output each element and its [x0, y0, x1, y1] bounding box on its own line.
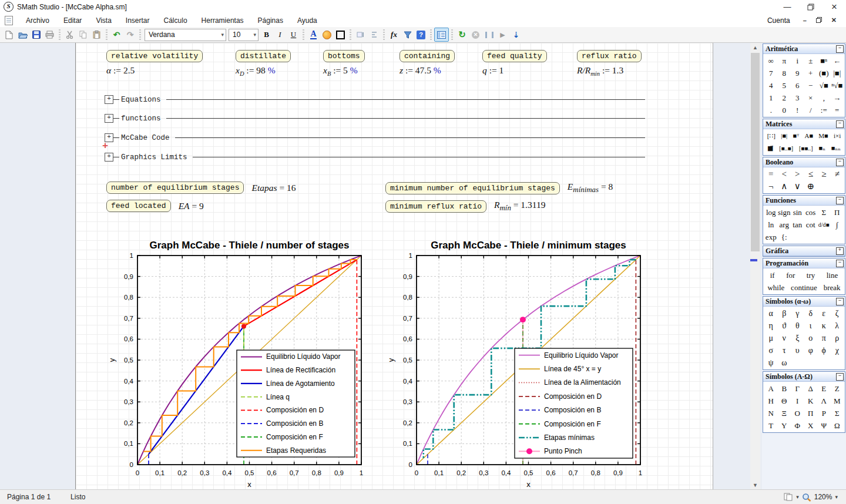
palette-button[interactable]: ≠ [831, 169, 844, 179]
italic-button[interactable]: I [273, 28, 287, 41]
palette-button[interactable]: , [817, 93, 831, 103]
font-family-select[interactable]: Verdana▾ [145, 29, 226, 41]
palette-button[interactable]: try [807, 270, 815, 280]
palette-button[interactable]: 0 [778, 105, 791, 115]
palette-button[interactable]: |■| [831, 68, 844, 78]
scroll-up-icon[interactable]: ▲ [750, 43, 760, 52]
palette-button[interactable]: ⁿ√■ [831, 80, 844, 90]
palette-button[interactable]: while [767, 283, 784, 293]
palette-button[interactable]: 8 [778, 68, 791, 78]
collapse-icon[interactable]: − [836, 197, 844, 204]
collapse-icon[interactable]: − [836, 373, 844, 381]
palette-button[interactable]: + [804, 68, 818, 78]
palette-button[interactable]: break [824, 283, 841, 293]
child-minimize-button[interactable]: – [798, 17, 811, 24]
palette-button[interactable]: ⊕ [804, 182, 818, 191]
palette-button[interactable]: Β [778, 384, 791, 394]
palette-button[interactable]: Ι [791, 396, 804, 406]
palette-button[interactable]: ± [804, 56, 818, 66]
palette-button[interactable]: if [770, 270, 775, 280]
recalculate-button[interactable]: ↻ [455, 28, 469, 41]
palette-button[interactable]: d/d■ [817, 220, 831, 230]
palette-button[interactable]: ≤ [804, 169, 818, 179]
palette-button[interactable]: 4 [764, 80, 778, 90]
palette-button[interactable]: cot [804, 220, 818, 230]
menu-ayuda[interactable]: Ayuda [290, 15, 324, 26]
palette-header-simbolos[interactable]: Símbolos (Α-Ω)− [763, 372, 845, 382]
palette-button[interactable]: i [791, 56, 804, 66]
palette-button[interactable]: i×i [834, 131, 841, 141]
palette-button[interactable]: 3 [791, 93, 804, 103]
restore-button[interactable] [799, 0, 822, 14]
palette-button[interactable]: Μ [831, 396, 844, 406]
palette-button[interactable]: Θ [778, 396, 791, 406]
palette-button[interactable]: line [827, 270, 838, 280]
palette-button[interactable]: . [764, 105, 778, 115]
palette-button[interactable]: = [764, 169, 778, 179]
palette-button[interactable]: ρ [831, 333, 844, 343]
palette-button[interactable]: Ψ [817, 421, 831, 431]
border-button[interactable] [334, 28, 347, 41]
palette-button[interactable]: ϕ [817, 345, 831, 355]
param-expr-refluxratio[interactable]: R/Rmin := 1.3 [577, 65, 623, 77]
palette-button[interactable]: ■⃗ [767, 143, 773, 153]
collapse-icon[interactable]: − [836, 45, 844, 53]
palette-button[interactable]: log [764, 207, 778, 217]
palette-button[interactable]: Δ [804, 384, 818, 394]
palette-button[interactable]: Ν [764, 408, 778, 418]
palette-button[interactable]: [■..■] [779, 143, 793, 153]
palette-button[interactable]: Χ [804, 421, 818, 431]
undo-button[interactable]: ↶ [110, 28, 123, 41]
font-size-select[interactable]: 10▾ [229, 29, 258, 41]
palette-button[interactable]: ← [831, 56, 844, 66]
document-icon[interactable] [5, 16, 13, 25]
palette-header-booleano[interactable]: Booleano− [763, 157, 845, 167]
stop-button[interactable]: ✕ [469, 28, 482, 41]
palette-button[interactable]: π [817, 333, 831, 343]
palette-button[interactable]: / [804, 105, 818, 115]
palette-button[interactable]: κ [817, 321, 831, 331]
result-expr[interactable]: Emínimas = 8 [568, 182, 613, 194]
palette-button[interactable]: ■ⁿ [817, 56, 831, 66]
param-expr-containing[interactable]: z := 47.5 % [400, 65, 441, 76]
palette-button[interactable]: ∨ [791, 182, 804, 191]
palette-button[interactable]: 6 [791, 80, 804, 90]
copy-button[interactable] [76, 28, 90, 41]
expand-button[interactable]: + [105, 95, 113, 104]
palette-button[interactable]: 1 [764, 93, 778, 103]
palette-header-programacion[interactable]: Programación− [763, 258, 845, 268]
palette-button[interactable]: Σ [831, 408, 844, 418]
collapse-icon[interactable]: − [836, 159, 844, 166]
palette-button[interactable]: φ [804, 345, 818, 355]
open-file-button[interactable] [16, 28, 29, 41]
palette-button[interactable]: ≥ [817, 169, 831, 179]
param-expr-bottoms[interactable]: xB := 5 % [323, 65, 358, 77]
menu-archivo[interactable]: Archivo [19, 15, 56, 26]
redo-button[interactable]: ↷ [123, 28, 137, 41]
palette-button[interactable]: √■ [817, 80, 831, 90]
account-menu[interactable]: Cuenta [759, 16, 798, 25]
palette-button[interactable]: ln [764, 220, 778, 230]
palette-button[interactable]: > [791, 169, 804, 179]
palette-header-aritmetica[interactable]: Aritmética− [763, 44, 845, 54]
palette-button[interactable]: ■ᵀ [793, 131, 800, 141]
palette-button[interactable]: μ [764, 333, 778, 343]
palette-button[interactable]: [■■..] [799, 143, 813, 153]
palette-button[interactable]: Π [831, 207, 844, 217]
palette-button[interactable]: ! [791, 105, 804, 115]
scrollbar-thumb[interactable] [751, 53, 760, 251]
child-close-button[interactable]: ✕ [827, 16, 841, 24]
help-button[interactable]: ? [414, 28, 428, 41]
palette-button[interactable]: sign [778, 207, 791, 217]
insert-function-button[interactable]: fx [387, 28, 401, 41]
worksheet-canvas[interactable]: relative volatilityα := 2.5distillatexD … [75, 43, 713, 489]
underline-button[interactable]: U [287, 28, 300, 41]
palette-button[interactable]: α [764, 308, 778, 318]
paste-button[interactable] [90, 28, 103, 41]
palette-button[interactable]: ν [778, 333, 791, 343]
palette-button[interactable]: ο [804, 333, 818, 343]
palette-button[interactable]: × [804, 93, 818, 103]
palette-button[interactable]: Ε [817, 384, 831, 394]
palette-button[interactable]: 5 [778, 80, 791, 90]
cut-button[interactable] [63, 28, 76, 41]
